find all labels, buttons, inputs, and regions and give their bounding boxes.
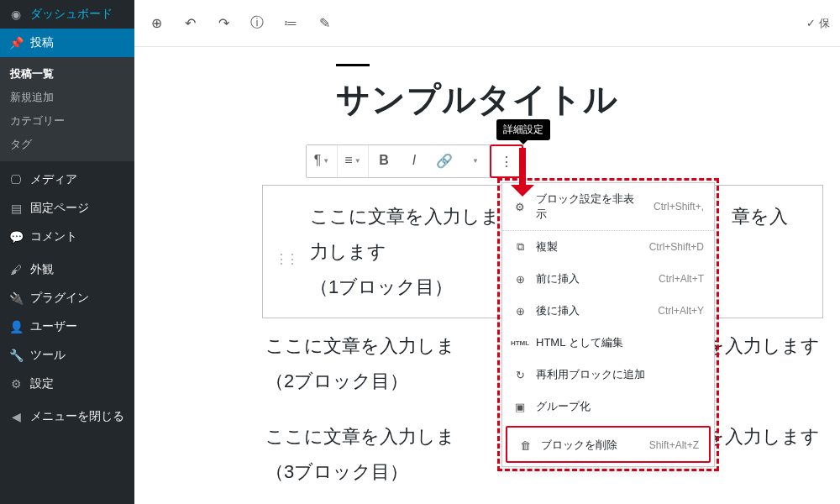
block-options-menu: ⚙ ブロック設定を非表示 Ctrl+Shift+, ⧉ 複製 Ctrl+Shif… (501, 182, 715, 467)
italic-icon: I (412, 153, 416, 168)
copy-icon: ⧉ (512, 239, 528, 255)
save-indicator: ✓ 保 (806, 16, 833, 31)
sidebar-item-label: メニューを閉じる (30, 409, 124, 424)
page-icon: ▤ (8, 201, 24, 216)
menu-add-reusable[interactable]: ↻ 再利用ブロックに追加 (502, 359, 714, 391)
page-title[interactable]: サンプルタイトル (336, 76, 823, 123)
menu-insert-before[interactable]: ⊕ 前に挿入 Ctrl+Alt+T (502, 263, 714, 295)
plus-icon: ⊕ (151, 15, 162, 31)
editor-canvas: サンプルタイトル 詳細設定 ¶▼ ≡▼ B I 🔗 ▼ (134, 47, 840, 504)
editor-main: ⊕ ↶ ↷ ⓘ ≔ ✎ ✓ 保 サンプルタイトル 詳細設定 ¶▼ ≡▼ (134, 0, 840, 504)
sidebar-item-comments[interactable]: 💬 コメント (0, 223, 134, 251)
brush-icon: 🖌 (8, 262, 24, 277)
chevron-down-icon: ▼ (472, 157, 479, 165)
menu-duplicate[interactable]: ⧉ 複製 Ctrl+Shift+D (502, 231, 714, 263)
annotation-highlight: ⚙ ブロック設定を非表示 Ctrl+Shift+, ⧉ 複製 Ctrl+Shif… (497, 178, 719, 471)
submenu-categories[interactable]: カテゴリー (0, 109, 134, 133)
user-icon: 👤 (8, 319, 24, 334)
sidebar-item-plugins[interactable]: 🔌 プラグイン (0, 284, 134, 312)
redo-icon: ↷ (218, 15, 229, 31)
sidebar-item-dashboard[interactable]: ◉ ダッシュボード (0, 0, 134, 29)
outline-icon: ≔ (284, 15, 297, 31)
block-toolbar: ¶▼ ≡▼ B I 🔗 ▼ ⋮ (306, 144, 523, 178)
add-block-button[interactable]: ⊕ (141, 8, 171, 39)
submenu-tags[interactable]: タグ (0, 133, 134, 156)
insert-before-icon: ⊕ (512, 271, 528, 286)
sidebar-item-settings[interactable]: ⚙ 設定 (0, 370, 134, 398)
sidebar-item-media[interactable]: 🖵 メディア (0, 165, 134, 194)
submenu-add-new[interactable]: 新規追加 (0, 86, 134, 109)
outline-button[interactable]: ≔ (276, 8, 306, 39)
sliders-icon: ⚙ (8, 376, 24, 391)
menu-group[interactable]: ▣ グループ化 (502, 391, 714, 423)
submenu-posts-list[interactable]: 投稿一覧 (0, 62, 134, 86)
sidebar-item-users[interactable]: 👤 ユーザー (0, 312, 134, 341)
sidebar-item-label: 外観 (30, 262, 54, 277)
sidebar-item-tools[interactable]: 🔧 ツール (0, 341, 134, 370)
drag-handle[interactable]: ⋮⋮ (275, 247, 297, 272)
info-icon: ⓘ (250, 14, 264, 32)
paragraph-block-4[interactable]: ここに文章を入力しま 章を入力します （3ブロック目） (265, 500, 823, 504)
reusable-icon: ↻ (512, 367, 528, 382)
pin-icon: 📌 (8, 35, 24, 50)
italic-button[interactable]: I (399, 145, 429, 176)
sidebar-item-posts[interactable]: 📌 投稿 (0, 29, 134, 57)
sidebar-item-label: ダッシュボード (30, 7, 113, 22)
collapse-icon: ◀ (8, 409, 24, 424)
sidebar-item-label: 設定 (30, 376, 54, 391)
pencil-icon: ✎ (319, 15, 330, 31)
check-icon: ✓ (806, 17, 816, 29)
align-button[interactable]: ≡▼ (338, 145, 368, 176)
sidebar-item-label: メディア (30, 172, 77, 187)
sidebar-collapse[interactable]: ◀ メニューを閉じる (0, 402, 134, 431)
admin-sidebar: ◉ ダッシュボード 📌 投稿 投稿一覧 新規追加 カテゴリー タグ 🖵 メディア… (0, 0, 134, 504)
sidebar-submenu: 投稿一覧 新規追加 カテゴリー タグ (0, 57, 134, 161)
link-button[interactable]: 🔗 (429, 145, 459, 176)
tooltip-more: 詳細設定 (496, 119, 550, 140)
wrench-icon: 🔧 (8, 348, 24, 363)
chevron-button[interactable]: ▼ (459, 145, 490, 176)
sidebar-item-label: ツール (30, 348, 66, 363)
insert-after-icon: ⊕ (512, 303, 528, 318)
comment-icon: 💬 (8, 229, 24, 244)
sidebar-item-appearance[interactable]: 🖌 外観 (0, 255, 134, 284)
html-icon: HTML (512, 335, 528, 350)
undo-button[interactable]: ↶ (175, 8, 205, 39)
title-rule (336, 64, 370, 66)
dashboard-icon: ◉ (8, 7, 24, 22)
info-button[interactable]: ⓘ (242, 8, 272, 39)
redo-button[interactable]: ↷ (208, 8, 239, 39)
sidebar-item-label: コメント (30, 229, 77, 244)
plugin-icon: 🔌 (8, 291, 24, 306)
sidebar-item-label: ユーザー (30, 319, 77, 334)
editor-topbar: ⊕ ↶ ↷ ⓘ ≔ ✎ ✓ 保 (134, 0, 840, 47)
block-type-button[interactable]: ¶▼ (307, 145, 337, 176)
bold-button[interactable]: B (369, 145, 399, 176)
menu-edit-html[interactable]: HTML HTML として編集 (502, 327, 714, 359)
group-icon: ▣ (512, 399, 528, 414)
trash-icon: 🗑 (517, 438, 533, 453)
bold-icon: B (379, 153, 389, 168)
align-icon: ≡ (344, 153, 352, 168)
sidebar-item-label: プラグイン (30, 291, 89, 306)
sidebar-item-label: 投稿 (30, 35, 54, 50)
annotation-arrow (511, 148, 534, 208)
paragraph-icon: ¶ (314, 153, 322, 168)
sidebar-item-pages[interactable]: ▤ 固定ページ (0, 194, 134, 223)
link-icon: 🔗 (436, 153, 453, 169)
sidebar-item-label: 固定ページ (30, 201, 89, 216)
undo-icon: ↶ (185, 15, 196, 31)
menu-insert-after[interactable]: ⊕ 後に挿入 Ctrl+Alt+Y (502, 295, 714, 327)
media-icon: 🖵 (8, 172, 24, 187)
edit-button[interactable]: ✎ (309, 8, 339, 39)
menu-remove-block[interactable]: 🗑 ブロックを削除 Shift+Alt+Z (506, 426, 711, 463)
